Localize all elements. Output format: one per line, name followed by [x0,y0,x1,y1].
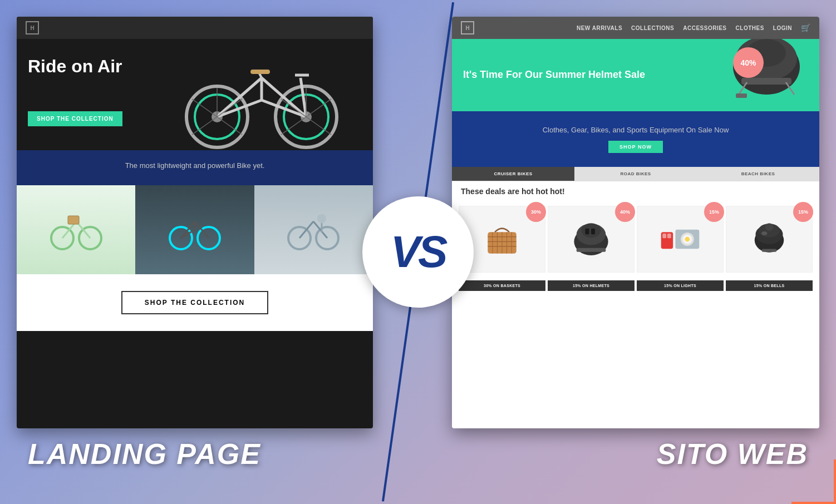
left-side: H Ride on Air SHOP THE COLLECTION [0,0,418,504]
nav-new-arrivals[interactable]: NEW ARRIVALS [577,25,622,31]
bike-photo-2 [135,185,254,274]
svg-rect-63 [591,229,595,235]
nav-accessories[interactable]: ACCESSORIES [683,25,726,31]
label-lights[interactable]: 15% ON LIGHTS [637,280,724,291]
lp-bottom-shop-button[interactable]: SHOP THE COLLECTION [121,291,268,314]
svg-rect-29 [68,216,79,224]
ws-blue-text: Clothes, Gear, Bikes, and Sports Equipme… [543,126,729,134]
vs-text: VS [391,226,446,278]
website-screenshot: H NEW ARRIVALS COLLECTIONS ACCESSORIES C… [452,17,819,428]
lp-hero: Ride on Air SHOP THE COLLECTION [17,39,373,150]
svg-rect-62 [586,229,589,235]
ws-deals-title: These deals are hot hot hot! [461,187,810,196]
label-helmets[interactable]: 15% ON HELMETS [548,280,635,291]
product-lights: 15% [637,206,724,273]
svg-point-40 [317,214,326,223]
svg-rect-48 [736,93,747,98]
label-bells[interactable]: 15% ON BELLS [726,280,813,291]
ws-category-tabs: CRUISER BIKES ROAD BIKES BEACH BIKES [452,167,819,181]
lp-photo-2 [135,185,254,274]
vs-circle: VS [362,196,474,308]
svg-point-74 [765,223,773,231]
helmet-discount-badge: 40% [615,202,635,222]
cart-icon[interactable]: 🛒 [801,23,810,32]
nav-collections[interactable]: COLLECTIONS [631,25,674,31]
landing-page-label: LANDING PAGE [28,437,261,471]
tab-road-bikes[interactable]: ROAD BIKES [574,167,697,181]
ws-hero-title: It's Time For Our Summer Helmet Sale [463,68,645,81]
svg-rect-75 [762,249,776,252]
lp-blue-section: The most lightweight and powerful Bike y… [17,150,373,185]
ws-discount-badge: 40% [733,47,764,78]
tab-cruiser-bikes[interactable]: CRUISER BIKES [452,167,574,181]
ws-shop-now-button[interactable]: SHOP NOW [608,141,663,153]
bell-discount-badge: 15% [793,202,813,222]
svg-rect-44 [741,78,791,85]
svg-rect-60 [577,248,606,252]
lp-photos-grid [17,185,373,274]
ws-product-labels: 30% ON BASKETS 15% ON HELMETS 15% ON LIG… [452,277,819,294]
svg-rect-65 [662,234,666,239]
svg-point-70 [685,237,690,242]
main-container: H Ride on Air SHOP THE COLLECTION [0,0,836,504]
product-bell: 15% [726,206,813,273]
lp-photo-1 [17,185,135,274]
sito-web-label: SITO WEB [657,437,808,471]
lp-hero-title: Ride on Air [28,56,122,77]
ws-products-grid: 30% [452,201,819,277]
bike-photo-3 [254,185,373,274]
lp-header: H [17,17,373,39]
ws-deals-header: These deals are hot hot hot! [452,181,819,201]
lp-bottom-section: SHOP THE COLLECTION [17,274,373,331]
svg-rect-14 [250,70,270,74]
lp-shop-button[interactable]: SHOP THE COLLECTION [28,111,122,126]
nav-login[interactable]: LOGIN [773,25,792,31]
nav-clothes[interactable]: CLOTHES [736,25,764,31]
lights-discount-badge: 15% [704,202,724,222]
ws-navbar: H NEW ARRIVALS COLLECTIONS ACCESSORIES C… [452,17,819,39]
basket-discount-badge: 30% [526,202,546,222]
ws-hero-banner: It's Time For Our Summer Helmet Sale 40% [452,39,819,111]
landing-page-screenshot: H Ride on Air SHOP THE COLLECTION [17,17,373,428]
product-helmet: 40% [548,206,635,273]
tab-beach-bikes[interactable]: BEACH BIKES [697,167,819,181]
ws-logo: H [461,21,474,34]
lp-photo-3 [254,185,373,274]
lp-logo: H [26,21,39,34]
ws-blue-banner: Clothes, Gear, Bikes, and Sports Equipme… [452,111,819,167]
ws-nav-links: NEW ARRIVALS COLLECTIONS ACCESSORIES CLO… [577,23,810,32]
label-baskets[interactable]: 30% ON BASKETS [459,280,545,291]
right-side: H NEW ARRIVALS COLLECTIONS ACCESSORIES C… [418,0,836,504]
svg-point-76 [761,231,768,235]
lp-section-title: The most lightweight and powerful Bike y… [28,161,362,170]
svg-rect-66 [667,234,671,239]
bike-photo-1 [17,185,135,274]
lp-bike-image [150,39,373,150]
